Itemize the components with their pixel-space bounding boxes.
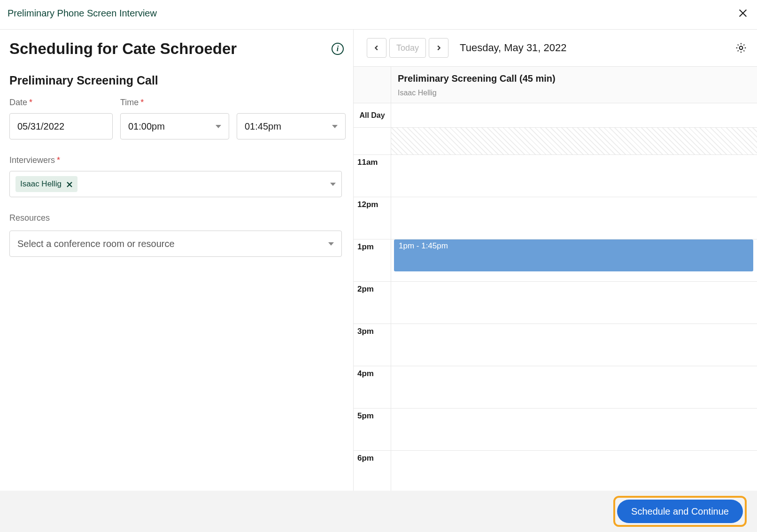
time-end-dropdown[interactable]: 01:45pm — [237, 113, 346, 139]
hour-label: 4pm — [354, 366, 391, 408]
time-start-dropdown[interactable]: 01:00pm — [120, 113, 229, 139]
chevron-down-icon — [216, 125, 221, 128]
section-title: Preliminary Screening Call — [9, 74, 344, 87]
scheduled-event[interactable]: 1pm - 1:45pm — [394, 239, 753, 271]
all-day-label: All Day — [354, 103, 391, 127]
time-column-header — [354, 67, 391, 103]
gear-icon — [735, 42, 747, 54]
hour-label: 2pm — [354, 282, 391, 324]
hour-label: 3pm — [354, 324, 391, 366]
chevron-down-icon — [330, 183, 336, 186]
resources-placeholder: Select a conference room or resource — [17, 239, 175, 249]
chevron-left-icon — [373, 45, 380, 51]
date-input[interactable]: 05/31/2022 — [9, 113, 113, 139]
interviewers-label: Interviewers* — [9, 155, 344, 165]
hour-label: 5pm — [354, 409, 391, 450]
time-end-value: 01:45pm — [245, 121, 281, 132]
close-icon — [738, 8, 748, 18]
schedule-and-continue-button[interactable]: Schedule and Continue — [617, 500, 743, 523]
hour-label: 1pm — [354, 239, 391, 281]
all-day-cell[interactable] — [391, 103, 757, 127]
close-icon — [66, 181, 73, 188]
time-label: Time* — [120, 98, 346, 108]
info-icon[interactable]: i — [332, 43, 344, 55]
hour-label: 12pm — [354, 197, 391, 239]
hour-label: 11am — [354, 155, 391, 197]
date-label: Date* — [9, 98, 113, 108]
today-button[interactable]: Today — [389, 38, 426, 58]
interviewer-chip: Isaac Hellig — [15, 176, 77, 192]
prev-day-button[interactable] — [367, 38, 386, 58]
calendar-settings-button[interactable] — [734, 41, 748, 54]
svg-point-4 — [740, 46, 743, 50]
chip-remove-button[interactable] — [66, 181, 73, 187]
hour-label: 6pm — [354, 451, 391, 491]
chevron-down-icon — [328, 242, 334, 246]
calendar-column-subtitle: Isaac Hellig — [398, 89, 750, 97]
resources-dropdown[interactable]: Select a conference room or resource — [9, 231, 342, 257]
calendar-date: Tuesday, May 31, 2022 — [460, 42, 566, 54]
next-day-button[interactable] — [429, 38, 448, 58]
modal-title: Preliminary Phone Screen Interview — [8, 8, 157, 19]
page-title: Scheduling for Cate Schroeder — [9, 40, 237, 58]
time-start-value: 01:00pm — [128, 121, 165, 132]
resources-label: Resources — [9, 213, 344, 223]
interviewer-chip-label: Isaac Hellig — [20, 179, 62, 189]
chevron-down-icon — [332, 125, 338, 128]
chevron-right-icon — [435, 45, 442, 51]
calendar-column-title: Preliminary Screening Call (45 min) — [398, 73, 750, 84]
close-button[interactable] — [736, 7, 749, 20]
calendar-grid[interactable]: 11am 12pm 1pm 2pm 3pm 4pm 5pm 6pm 1pm - … — [354, 128, 757, 491]
primary-button-highlight: Schedule and Continue — [613, 496, 747, 527]
interviewers-input[interactable]: Isaac Hellig — [9, 171, 342, 197]
